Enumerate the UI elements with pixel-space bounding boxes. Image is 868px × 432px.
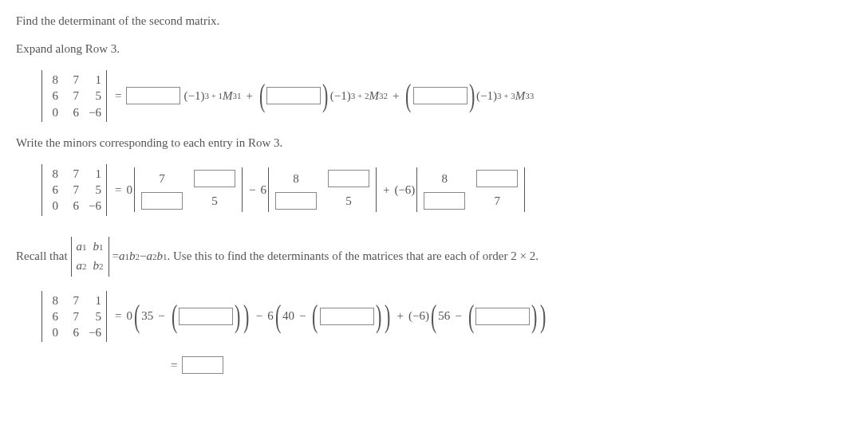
blank-calc-1[interactable]	[320, 308, 374, 325]
m3-br: 7	[476, 192, 518, 210]
det-3x3-a: 860 776 1 5−6	[41, 70, 107, 122]
Msub-1: 31	[233, 91, 242, 100]
blank-coeff-3[interactable]	[413, 87, 468, 104]
equals-sign: =	[115, 89, 121, 103]
plus-m: +	[383, 183, 389, 197]
plus-1: +	[247, 89, 253, 103]
instruction-title: Find the determinant of the second matri…	[16, 14, 852, 28]
det-3x3-b: 860 776 1 5−6	[41, 164, 107, 216]
neg1-1: (−1)	[183, 89, 204, 103]
equals-sign-2: =	[115, 183, 121, 197]
recall-post: . Use this to find the determinants of t…	[168, 249, 539, 263]
m1-bl-blank[interactable]	[141, 192, 183, 210]
m3-bl-blank[interactable]	[424, 192, 465, 210]
m2-tl: 8	[275, 170, 317, 187]
m1-br: 5	[194, 192, 235, 210]
coeff-neg6: (−6)	[394, 183, 415, 197]
det-3x3-c: 860 776 1 5−6	[41, 291, 107, 343]
neg1-3: (−1)	[476, 89, 497, 103]
step-expand: Expand along Row 3.	[16, 42, 852, 56]
recall-expr: a1b2 − a2b1	[119, 249, 167, 263]
m2-br: 5	[328, 192, 369, 210]
blank-calc-2[interactable]	[475, 308, 530, 325]
exp-3: 3 + 3	[497, 91, 515, 100]
recall-row: Recall that a1 b1 a2 b2 = a1b2 − a2b1 . …	[16, 237, 852, 277]
neg1-2: (−1)	[330, 89, 351, 103]
Msub-3: 33	[525, 91, 534, 100]
c1: 6	[267, 309, 274, 323]
coeff-0: 0	[126, 183, 132, 197]
exp-1: 3 + 1	[204, 91, 223, 100]
minus2: −	[455, 309, 461, 323]
recall-det: a1 b1 a2 b2	[71, 237, 109, 277]
minors-row: 860 776 1 5−6 = 0 7 5 − 6 8 5 + (−6	[38, 164, 852, 216]
exp-2: 3 + 2	[351, 91, 369, 100]
m2-tr-blank[interactable]	[328, 170, 369, 187]
m2-bl-blank[interactable]	[275, 192, 317, 210]
M-1: M	[223, 89, 233, 103]
minus-m: −	[249, 183, 255, 197]
blank-final[interactable]	[182, 356, 223, 374]
Msub-2: 32	[379, 91, 388, 100]
minus-c1: −	[256, 309, 262, 323]
minor-3: 8 7	[416, 167, 525, 212]
calc-row: 860 776 1 5−6 = 0 ( 35 − ( ) ) − 6 ( 40 …	[38, 291, 852, 343]
v2: 56	[438, 309, 450, 323]
step-minors: Write the minors corresponding to each e…	[16, 136, 852, 150]
v0: 35	[141, 309, 153, 323]
blank-coeff-1[interactable]	[126, 87, 180, 104]
minor-1: 7 5	[134, 167, 243, 212]
equals-sign-3: =	[115, 309, 121, 323]
c0: 0	[126, 309, 132, 323]
M-3: M	[515, 89, 526, 103]
recall-pre: Recall that	[16, 249, 68, 263]
minus0: −	[158, 309, 164, 323]
minor-2: 8 5	[268, 167, 377, 212]
minus1: −	[299, 309, 306, 323]
plus-2: +	[393, 89, 399, 103]
v1: 40	[282, 309, 294, 323]
final-row: =	[166, 356, 852, 374]
blank-calc-0[interactable]	[179, 308, 233, 325]
plus-c2: +	[397, 309, 403, 323]
m3-tl: 8	[424, 170, 465, 187]
m1-tl: 7	[141, 170, 183, 187]
m3-tr-blank[interactable]	[476, 170, 518, 187]
final-equals: =	[171, 359, 177, 372]
m1-tr-blank[interactable]	[194, 170, 235, 187]
expansion-row: 860 776 1 5−6 = (−1)3 + 1M31 + ( ) (−1)3…	[38, 70, 852, 122]
recall-eq: =	[112, 249, 119, 263]
coeff-6: 6	[260, 183, 266, 197]
M-2: M	[369, 89, 379, 103]
blank-coeff-2[interactable]	[266, 87, 321, 104]
c2: (−6)	[408, 309, 429, 323]
